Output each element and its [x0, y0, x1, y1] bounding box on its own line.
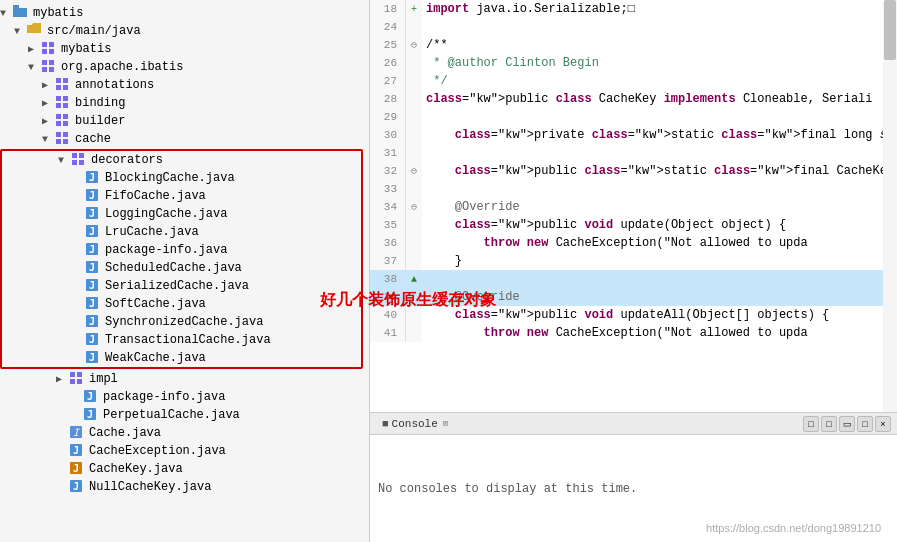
editor-scrollbar[interactable] [883, 0, 897, 412]
line-gutter-35 [406, 216, 422, 234]
line-number-37: 37 [370, 252, 406, 270]
tree-item-binding[interactable]: ▶binding [0, 94, 369, 112]
tree-item-cache[interactable]: ▼cache [0, 130, 369, 148]
line-gutter-26 [406, 54, 422, 72]
line-gutter-28 [406, 90, 422, 108]
svg-text:J: J [89, 334, 95, 345]
tree-label-TransactionalCache: TransactionalCache.java [105, 333, 271, 347]
svg-text:J: J [89, 316, 95, 327]
console-btn-5[interactable]: × [875, 416, 891, 432]
line-content-29 [422, 108, 883, 126]
tree-item-TransactionalCache[interactable]: JTransactionalCache.java [2, 331, 361, 349]
tree-item-impl[interactable]: ▶impl [0, 370, 369, 388]
tree-item-CacheKey[interactable]: JCacheKey.java [0, 460, 369, 478]
tree-label-FifoCache: FifoCache.java [105, 189, 206, 203]
tree-item-builder[interactable]: ▶builder [0, 112, 369, 130]
tree-item-package-info2[interactable]: Jpackage-info.java [0, 388, 369, 406]
tree-item-CacheException[interactable]: JCacheException.java [0, 442, 369, 460]
tree-item-SerializedCache[interactable]: JSerializedCache.java [2, 277, 361, 295]
svg-text:J: J [89, 352, 95, 363]
line-number-25: 25 [370, 36, 406, 54]
tree-item-ScheduledCache[interactable]: JScheduledCache.java [2, 259, 361, 277]
svg-rect-28 [72, 160, 77, 165]
console-watermark: https://blog.csdn.net/dong19891210 [706, 522, 881, 534]
code-line-33: 33 [370, 180, 883, 198]
svg-rect-52 [70, 372, 75, 377]
tree-icon-mybatis2 [40, 41, 56, 57]
tree-label-SerializedCache: SerializedCache.java [105, 279, 249, 293]
tree-item-LruCache[interactable]: JLruCache.java [2, 223, 361, 241]
tree-item-PerpetualCache[interactable]: JPerpetualCache.java [0, 406, 369, 424]
line-number-34: 34 [370, 198, 406, 216]
tree-item-LoggingCache[interactable]: JLoggingCache.java [2, 205, 361, 223]
svg-rect-25 [63, 139, 68, 144]
svg-rect-2 [42, 42, 47, 47]
line-content-32: class="kw">public class="kw">static clas… [422, 162, 883, 180]
tree-item-FifoCache[interactable]: JFifoCache.java [2, 187, 361, 205]
line-content-35: class="kw">public void update(Object obj… [422, 216, 883, 234]
svg-rect-18 [56, 114, 61, 119]
line-content-37: } [422, 252, 883, 270]
code-line-30: 30 class="kw">private class="kw">static … [370, 126, 883, 144]
tree-item-SoftCache[interactable]: JSoftCache.java [2, 295, 361, 313]
line-gutter-37 [406, 252, 422, 270]
code-line-18: 18+import java.io.Serializable;□ [370, 0, 883, 18]
tree-item-decorators[interactable]: ▼decorators [2, 151, 361, 169]
tree-icon-src-main-java [26, 23, 42, 39]
svg-rect-17 [63, 103, 68, 108]
svg-rect-11 [63, 78, 68, 83]
decorators-group: ▼decoratorsJBlockingCache.javaJFifoCache… [0, 149, 363, 369]
tree-arrow-impl: ▶ [56, 373, 68, 385]
svg-text:J: J [73, 445, 79, 456]
code-line-41: 41 throw new CacheException("Not allowed… [370, 324, 883, 342]
tree-label-SynchronizedCache: SynchronizedCache.java [105, 315, 263, 329]
scroll-thumb[interactable] [884, 0, 896, 60]
tree-label-mybatis: mybatis [33, 6, 83, 20]
svg-rect-29 [79, 160, 84, 165]
svg-rect-7 [49, 60, 54, 65]
line-content-27: */ [422, 72, 883, 90]
tree-item-WeakCache[interactable]: JWeakCache.java [2, 349, 361, 367]
tree-icon-org-apache-ibatis [40, 59, 56, 75]
file-tree[interactable]: ▼mybatis▼src/main/java▶mybatis▼org.apach… [0, 0, 369, 542]
tree-icon-Cache: I [68, 425, 84, 441]
tree-item-annotations[interactable]: ▶annotations [0, 76, 369, 94]
code-line-35: 35 class="kw">public void update(Object … [370, 216, 883, 234]
line-content-39: @Override [422, 288, 883, 306]
tree-icon-impl [68, 371, 84, 387]
tree-item-mybatis[interactable]: ▼mybatis [0, 4, 369, 22]
console-btn-4[interactable]: □ [857, 416, 873, 432]
line-number-30: 30 [370, 126, 406, 144]
tree-item-src-main-java[interactable]: ▼src/main/java [0, 22, 369, 40]
tree-item-BlockingCache[interactable]: JBlockingCache.java [2, 169, 361, 187]
tree-label-PerpetualCache: PerpetualCache.java [103, 408, 240, 422]
console-btn-3[interactable]: ▭ [839, 416, 855, 432]
svg-rect-53 [77, 372, 82, 377]
code-scroll-area[interactable]: 18+import java.io.Serializable;□2425⊖/**… [370, 0, 883, 412]
line-number-33: 33 [370, 180, 406, 198]
code-line-31: 31 [370, 144, 883, 162]
line-number-29: 29 [370, 108, 406, 126]
line-number-36: 36 [370, 234, 406, 252]
console-btn-1[interactable]: □ [803, 416, 819, 432]
tree-arrow-mybatis2: ▶ [28, 43, 40, 55]
tree-icon-cache [54, 131, 70, 147]
svg-rect-0 [13, 8, 27, 17]
line-gutter-38: ▲ [406, 270, 422, 288]
console-no-console-text: No consoles to display at this time. [378, 482, 637, 496]
tree-item-mybatis2[interactable]: ▶mybatis [0, 40, 369, 58]
line-content-18: import java.io.Serializable;□ [422, 0, 883, 18]
tree-item-SynchronizedCache[interactable]: JSynchronizedCache.java [2, 313, 361, 331]
tree-icon-FifoCache: J [84, 188, 100, 204]
tree-icon-LruCache: J [84, 224, 100, 240]
console-tab[interactable]: ■ Console ⊠ [376, 418, 454, 430]
tree-item-org-apache-ibatis[interactable]: ▼org.apache.ibatis [0, 58, 369, 76]
console-panel: ■ Console ⊠ □ □ ▭ □ × No consoles to dis… [370, 412, 897, 542]
tree-item-package-info[interactable]: Jpackage-info.java [2, 241, 361, 259]
line-gutter-25: ⊖ [406, 36, 422, 54]
tree-item-Cache[interactable]: ICache.java [0, 424, 369, 442]
console-btn-2[interactable]: □ [821, 416, 837, 432]
code-line-26: 26 * @author Clinton Begin [370, 54, 883, 72]
tree-label-org-apache-ibatis: org.apache.ibatis [61, 60, 183, 74]
tree-item-NullCacheKey[interactable]: JNullCacheKey.java [0, 478, 369, 496]
